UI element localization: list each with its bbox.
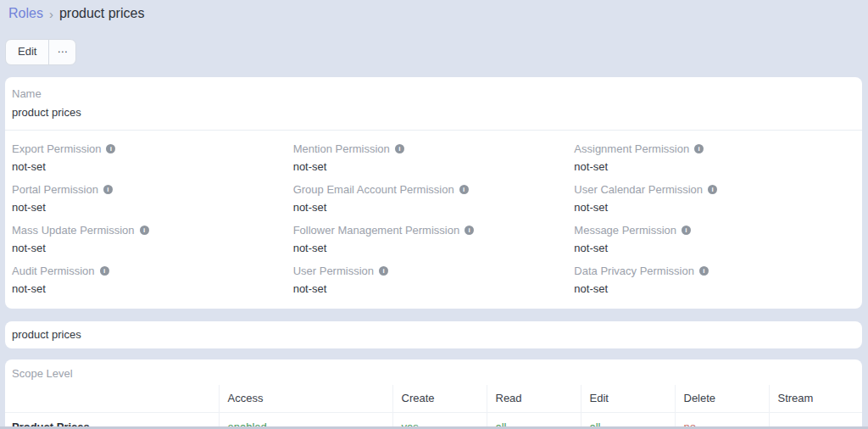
name-field-label: Name	[12, 87, 42, 100]
page-title: product prices	[59, 6, 145, 21]
field-message-permission: Message Permissioni not-set	[574, 214, 855, 254]
toolbar: Edit ⋯	[5, 39, 868, 65]
info-icon[interactable]: i	[682, 226, 691, 235]
name-field: Name product prices	[5, 77, 862, 131]
field-label: Data Privacy Permission	[574, 265, 694, 277]
field-value: not-set	[12, 282, 293, 295]
permissions-grid: Export Permissioni not-set Mention Permi…	[5, 131, 862, 309]
toolbar-button-group: Edit ⋯	[5, 39, 76, 65]
name-field-value: product prices	[12, 106, 855, 119]
field-portal-permission: Portal Permissioni not-set	[12, 173, 293, 214]
info-icon[interactable]: i	[103, 185, 113, 194]
field-audit-permission: Audit Permissioni not-set	[12, 254, 293, 295]
field-mention-permission: Mention Permissioni not-set	[293, 132, 575, 173]
scope-level-panel: Scope Level Access Create Read Edit Dele…	[5, 359, 862, 429]
info-icon[interactable]: i	[694, 144, 704, 153]
field-value: not-set	[12, 201, 293, 214]
field-follower-management-permission: Follower Management Permissioni not-set	[293, 214, 575, 254]
field-mass-update-permission: Mass Update Permissioni not-set	[12, 214, 293, 254]
column-header-create: Create	[392, 385, 487, 413]
field-label: Mass Update Permission	[12, 224, 135, 237]
field-value: not-set	[574, 160, 855, 173]
role-name-panel: product prices	[5, 321, 862, 348]
breadcrumb: Roles › product prices	[0, 0, 868, 21]
field-label: Assignment Permission	[574, 142, 689, 155]
column-header-edit: Edit	[581, 385, 675, 413]
overview-panel: Name product prices Export Permissioni n…	[5, 77, 862, 309]
edit-button[interactable]: Edit	[6, 40, 48, 64]
field-user-calendar-permission: User Calendar Permissioni not-set	[574, 173, 855, 214]
more-actions-button[interactable]: ⋯	[48, 40, 75, 64]
breadcrumb-roles-link[interactable]: Roles	[8, 6, 43, 21]
info-icon[interactable]: i	[379, 266, 388, 276]
column-header-access: Access	[219, 385, 392, 413]
ellipsis-icon: ⋯	[57, 46, 68, 58]
field-label: User Calendar Permission	[574, 183, 703, 196]
field-group-email-account-permission: Group Email Account Permissioni not-set	[293, 173, 575, 214]
field-value: not-set	[574, 282, 855, 295]
field-value: not-set	[293, 160, 575, 173]
info-icon[interactable]: i	[106, 144, 115, 153]
field-value: not-set	[293, 282, 575, 295]
column-header-read: Read	[487, 385, 581, 413]
field-value: not-set	[574, 201, 855, 214]
field-export-permission: Export Permissioni not-set	[12, 132, 293, 173]
field-label: Portal Permission	[12, 183, 98, 196]
info-icon[interactable]: i	[699, 266, 709, 276]
field-value: not-set	[12, 160, 293, 173]
field-label: User Permission	[293, 265, 374, 277]
scope-level-title: Scope Level	[5, 367, 862, 385]
column-header-stream: Stream	[769, 385, 862, 413]
field-label: Export Permission	[12, 142, 101, 155]
scope-table: Access Create Read Edit Delete Stream Pr…	[5, 385, 862, 429]
info-icon[interactable]: i	[459, 185, 469, 194]
field-user-permission: User Permissioni not-set	[293, 254, 575, 295]
column-header-entity	[5, 385, 219, 413]
info-icon[interactable]: i	[140, 226, 149, 235]
column-header-delete: Delete	[675, 385, 769, 413]
field-label: Audit Permission	[12, 265, 95, 277]
scope-table-header-row: Access Create Read Edit Delete Stream	[5, 385, 862, 413]
field-data-privacy-permission: Data Privacy Permissioni not-set	[574, 254, 855, 295]
info-icon[interactable]: i	[100, 266, 109, 276]
info-icon[interactable]: i	[395, 144, 404, 153]
field-label: Follower Management Permission	[293, 224, 460, 237]
field-assignment-permission: Assignment Permissioni not-set	[574, 132, 855, 173]
info-icon[interactable]: i	[465, 226, 474, 235]
info-icon[interactable]: i	[708, 185, 717, 194]
field-label: Message Permission	[574, 224, 676, 237]
field-label: Mention Permission	[293, 142, 390, 155]
field-label: Group Email Account Permission	[293, 183, 454, 196]
field-value: not-set	[12, 242, 293, 254]
breadcrumb-separator: ›	[49, 7, 53, 21]
field-value: not-set	[293, 201, 575, 214]
field-value: not-set	[574, 242, 855, 254]
field-value: not-set	[293, 242, 575, 254]
